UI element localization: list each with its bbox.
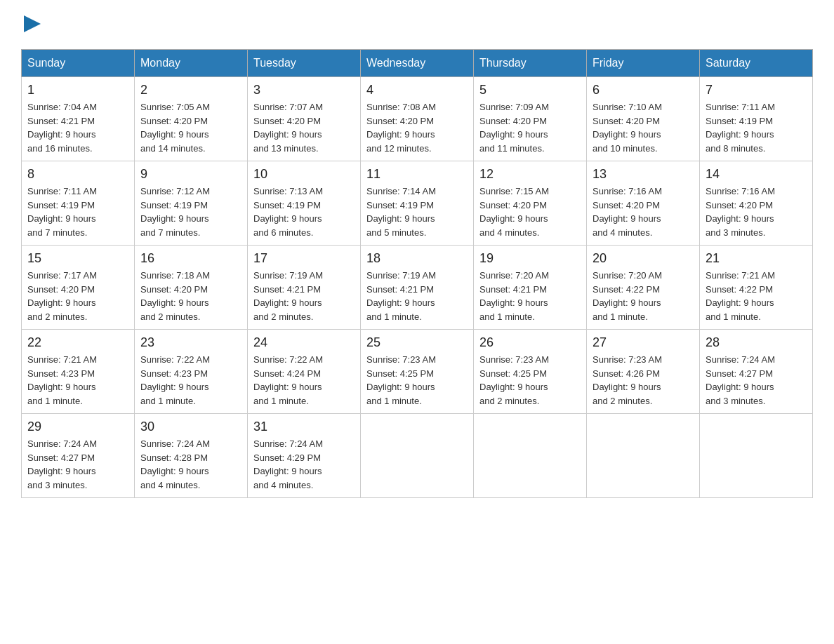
header-thursday: Thursday [474,50,587,77]
header-wednesday: Wednesday [361,50,474,77]
calendar-week-3: 15 Sunrise: 7:17 AM Sunset: 4:20 PM Dayl… [22,246,813,330]
day-number: 20 [593,251,694,266]
calendar-cell [361,414,474,498]
day-number: 6 [593,83,694,98]
day-number: 15 [27,251,128,266]
day-info: Sunrise: 7:23 AM Sunset: 4:25 PM Dayligh… [479,353,581,408]
header-saturday: Saturday [700,50,813,77]
day-info: Sunrise: 7:12 AM Sunset: 4:19 PM Dayligh… [140,185,241,239]
day-number: 22 [27,335,128,350]
calendar-cell: 16 Sunrise: 7:18 AM Sunset: 4:20 PM Dayl… [135,246,248,330]
day-info: Sunrise: 7:22 AM Sunset: 4:23 PM Dayligh… [140,353,241,408]
day-number: 14 [706,167,807,182]
day-info: Sunrise: 7:10 AM Sunset: 4:20 PM Dayligh… [593,100,694,155]
calendar-week-2: 8 Sunrise: 7:11 AM Sunset: 4:19 PM Dayli… [22,161,813,246]
calendar-cell: 22 Sunrise: 7:21 AM Sunset: 4:23 PM Dayl… [22,330,135,414]
calendar-cell: 8 Sunrise: 7:11 AM Sunset: 4:19 PM Dayli… [22,161,135,246]
day-info: Sunrise: 7:09 AM Sunset: 4:20 PM Dayligh… [479,100,581,155]
calendar-cell: 23 Sunrise: 7:22 AM Sunset: 4:23 PM Dayl… [135,330,248,414]
day-info: Sunrise: 7:21 AM Sunset: 4:22 PM Dayligh… [706,269,807,323]
header-sunday: Sunday [22,50,135,77]
day-info: Sunrise: 7:24 AM Sunset: 4:28 PM Dayligh… [140,437,241,492]
day-number: 9 [140,167,241,182]
day-number: 11 [366,167,468,182]
day-info: Sunrise: 7:22 AM Sunset: 4:24 PM Dayligh… [253,353,355,408]
svg-marker-0 [24,15,41,32]
day-info: Sunrise: 7:11 AM Sunset: 4:19 PM Dayligh… [27,185,128,239]
logo [21,14,42,35]
day-number: 24 [253,335,355,350]
day-number: 13 [593,167,694,182]
day-number: 1 [27,83,128,98]
calendar-cell: 27 Sunrise: 7:23 AM Sunset: 4:26 PM Dayl… [587,330,700,414]
day-info: Sunrise: 7:14 AM Sunset: 4:19 PM Dayligh… [366,185,468,239]
calendar-week-1: 1 Sunrise: 7:04 AM Sunset: 4:21 PM Dayli… [22,77,813,161]
day-number: 4 [366,83,468,98]
day-number: 28 [706,335,807,350]
day-number: 10 [253,167,355,182]
day-info: Sunrise: 7:18 AM Sunset: 4:20 PM Dayligh… [140,269,241,323]
day-info: Sunrise: 7:04 AM Sunset: 4:21 PM Dayligh… [27,100,128,155]
calendar-week-5: 29 Sunrise: 7:24 AM Sunset: 4:27 PM Dayl… [22,414,813,498]
calendar-cell: 19 Sunrise: 7:20 AM Sunset: 4:21 PM Dayl… [474,246,587,330]
calendar-cell: 9 Sunrise: 7:12 AM Sunset: 4:19 PM Dayli… [135,161,248,246]
day-number: 5 [479,83,581,98]
calendar-cell: 13 Sunrise: 7:16 AM Sunset: 4:20 PM Dayl… [587,161,700,246]
day-number: 30 [140,420,241,434]
calendar-header-row: SundayMondayTuesdayWednesdayThursdayFrid… [22,50,813,77]
calendar-cell: 25 Sunrise: 7:23 AM Sunset: 4:25 PM Dayl… [361,330,474,414]
day-info: Sunrise: 7:07 AM Sunset: 4:20 PM Dayligh… [253,100,355,155]
day-info: Sunrise: 7:21 AM Sunset: 4:23 PM Dayligh… [27,353,128,408]
day-number: 19 [479,251,581,266]
day-info: Sunrise: 7:05 AM Sunset: 4:20 PM Dayligh… [140,100,241,155]
day-info: Sunrise: 7:19 AM Sunset: 4:21 PM Dayligh… [253,269,355,323]
day-number: 2 [140,83,241,98]
calendar-cell: 7 Sunrise: 7:11 AM Sunset: 4:19 PM Dayli… [700,77,813,161]
day-info: Sunrise: 7:23 AM Sunset: 4:26 PM Dayligh… [593,353,694,408]
day-info: Sunrise: 7:24 AM Sunset: 4:29 PM Dayligh… [253,437,355,492]
calendar-cell: 18 Sunrise: 7:19 AM Sunset: 4:21 PM Dayl… [361,246,474,330]
day-number: 18 [366,251,468,266]
day-info: Sunrise: 7:16 AM Sunset: 4:20 PM Dayligh… [706,185,807,239]
day-number: 21 [706,251,807,266]
calendar-cell: 11 Sunrise: 7:14 AM Sunset: 4:19 PM Dayl… [361,161,474,246]
day-number: 29 [27,420,128,434]
calendar-week-4: 22 Sunrise: 7:21 AM Sunset: 4:23 PM Dayl… [22,330,813,414]
day-number: 17 [253,251,355,266]
calendar-cell: 2 Sunrise: 7:05 AM Sunset: 4:20 PM Dayli… [135,77,248,161]
day-number: 25 [366,335,468,350]
calendar-cell: 1 Sunrise: 7:04 AM Sunset: 4:21 PM Dayli… [22,77,135,161]
calendar-cell: 17 Sunrise: 7:19 AM Sunset: 4:21 PM Dayl… [248,246,361,330]
day-info: Sunrise: 7:13 AM Sunset: 4:19 PM Dayligh… [253,185,355,239]
page-header [21,14,813,35]
day-info: Sunrise: 7:11 AM Sunset: 4:19 PM Dayligh… [706,100,807,155]
day-info: Sunrise: 7:19 AM Sunset: 4:21 PM Dayligh… [366,269,468,323]
calendar-cell: 10 Sunrise: 7:13 AM Sunset: 4:19 PM Dayl… [248,161,361,246]
calendar-cell: 28 Sunrise: 7:24 AM Sunset: 4:27 PM Dayl… [700,330,813,414]
calendar-cell: 12 Sunrise: 7:15 AM Sunset: 4:20 PM Dayl… [474,161,587,246]
calendar-cell: 21 Sunrise: 7:21 AM Sunset: 4:22 PM Dayl… [700,246,813,330]
calendar-cell: 3 Sunrise: 7:07 AM Sunset: 4:20 PM Dayli… [248,77,361,161]
day-number: 31 [253,420,355,434]
day-info: Sunrise: 7:17 AM Sunset: 4:20 PM Dayligh… [27,269,128,323]
day-info: Sunrise: 7:24 AM Sunset: 4:27 PM Dayligh… [27,437,128,492]
day-number: 7 [706,83,807,98]
calendar-cell: 6 Sunrise: 7:10 AM Sunset: 4:20 PM Dayli… [587,77,700,161]
day-number: 16 [140,251,241,266]
calendar-cell: 29 Sunrise: 7:24 AM Sunset: 4:27 PM Dayl… [22,414,135,498]
day-info: Sunrise: 7:24 AM Sunset: 4:27 PM Dayligh… [706,353,807,408]
day-number: 8 [27,167,128,182]
header-tuesday: Tuesday [248,50,361,77]
day-info: Sunrise: 7:15 AM Sunset: 4:20 PM Dayligh… [479,185,581,239]
calendar-cell: 30 Sunrise: 7:24 AM Sunset: 4:28 PM Dayl… [135,414,248,498]
day-info: Sunrise: 7:20 AM Sunset: 4:21 PM Dayligh… [479,269,581,323]
calendar-cell: 14 Sunrise: 7:16 AM Sunset: 4:20 PM Dayl… [700,161,813,246]
calendar-cell: 5 Sunrise: 7:09 AM Sunset: 4:20 PM Dayli… [474,77,587,161]
calendar-cell [700,414,813,498]
calendar-cell [474,414,587,498]
calendar-cell: 4 Sunrise: 7:08 AM Sunset: 4:20 PM Dayli… [361,77,474,161]
calendar-cell: 24 Sunrise: 7:22 AM Sunset: 4:24 PM Dayl… [248,330,361,414]
calendar-cell [587,414,700,498]
calendar-cell: 26 Sunrise: 7:23 AM Sunset: 4:25 PM Dayl… [474,330,587,414]
day-number: 27 [593,335,694,350]
